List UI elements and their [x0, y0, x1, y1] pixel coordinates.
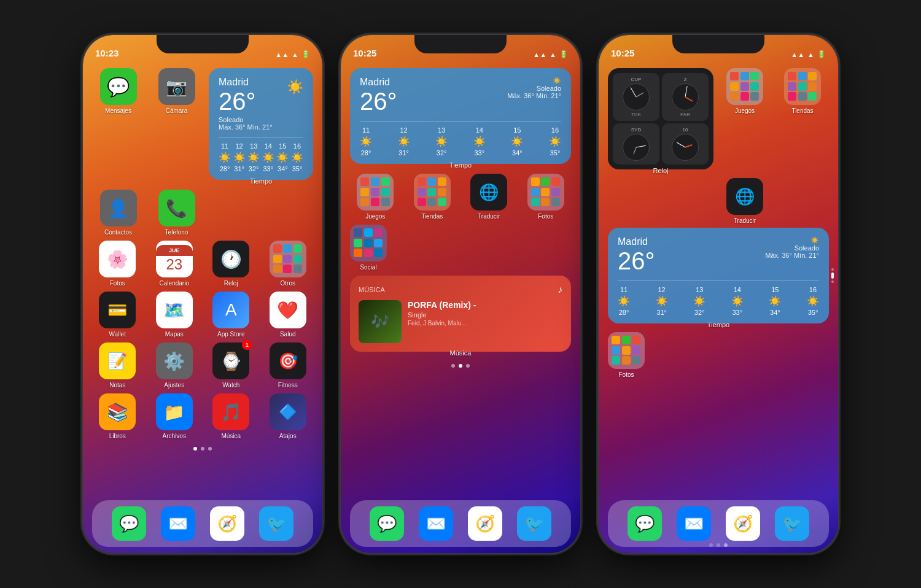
app-contactos[interactable]: 👤 Contactos [92, 190, 144, 236]
dock-safari[interactable]: 🧭 [210, 506, 244, 541]
app-fitness[interactable]: 🎯 Fitness [263, 342, 314, 389]
p2-app-fotos[interactable]: Fotos [521, 174, 572, 220]
app-fotos[interactable]: 🌸 Fotos [92, 241, 143, 287]
app-row-3: 📝 Notas ⚙️ Ajustes ⌚ 1 Watch [92, 342, 313, 389]
weather-widget-2: Madrid 26° ☀️ Soleado Máx. 36° Mín. 21° … [350, 68, 571, 164]
music-widget-wrap: MÚSICA ♪ 🎶 PORFA (Remix) - Single Feid, … [350, 276, 571, 357]
p2-app-juegos[interactable]: Juegos [350, 174, 401, 220]
app-reloj[interactable]: 🕐 Reloj [206, 241, 257, 287]
dock3-twitter[interactable]: 🐦 [775, 506, 809, 541]
app-watch[interactable]: ⌚ 1 Watch [206, 342, 257, 389]
app-otros[interactable]: Otros [263, 241, 314, 287]
dock-3: 💬 ✉️ 🧭 🐦 [608, 500, 829, 547]
app-appstore[interactable]: A App Store [206, 292, 257, 338]
dock-2: 💬 ✉️ 🧭 🐦 [350, 500, 571, 547]
dock-twitter[interactable]: 🐦 [259, 506, 293, 541]
phone3-row2: 🌐 Traducir [608, 178, 829, 224]
dock-1: 💬 ✉️ 🧭 🐦 [92, 500, 313, 547]
music-widget: MÚSICA ♪ 🎶 PORFA (Remix) - Single Feid, … [350, 276, 571, 352]
page-dots-1 [92, 447, 313, 451]
notch-2 [414, 35, 507, 53]
p2-app-social[interactable]: Social [350, 225, 387, 271]
time-2: 10:25 [353, 48, 376, 58]
p3-app-traducir[interactable]: 🌐 Traducir [718, 178, 771, 224]
screen-content-2: Madrid 26° ☀️ Soleado Máx. 36° Mín. 21° … [341, 62, 580, 553]
dock-mail[interactable]: ✉️ [161, 506, 195, 541]
phone2-apps-row1: Juegos [350, 174, 571, 220]
time-3: 10:25 [611, 48, 634, 58]
dock2-whatsapp[interactable]: 💬 [370, 506, 404, 541]
notch-3 [672, 35, 764, 53]
weather-widget-2-wrap: Madrid 26° ☀️ Soleado Máx. 36° Mín. 21° … [350, 68, 571, 169]
app-ajustes[interactable]: ⚙️ Ajustes [149, 342, 200, 389]
p3-app-tiendas[interactable]: Tiendas [776, 68, 829, 114]
time-1: 10:23 [95, 48, 119, 58]
dock2-twitter[interactable]: 🐦 [517, 506, 551, 541]
app-archivos[interactable]: 📁 Archivos [149, 393, 200, 439]
dock3-mail[interactable]: ✉️ [677, 506, 711, 541]
app-row-2: 💳 Wallet 🗺️ Mapas A App Store [92, 292, 313, 338]
weather-widget-3: Madrid 26° ☀️ Soleado Máx. 36° Mín. 21° … [608, 228, 829, 323]
screen-content-3: CUP TOK 2 [599, 62, 838, 553]
dock2-mail[interactable]: ✉️ [419, 506, 453, 541]
status-icons-3: ▲▲ ▲ 🔋 [791, 50, 826, 58]
phone-3: 10:25 ▲▲ ▲ 🔋 CUP [599, 35, 838, 553]
weather-widget-1: Madrid 26° ☀️ Soleado Máx. 36° Mín. 21° … [209, 68, 313, 180]
app-mensajes[interactable]: 💬 Mensajes [92, 68, 144, 114]
dock3-whatsapp[interactable]: 💬 [628, 506, 662, 541]
phone-2: 10:25 ▲▲ ▲ 🔋 Madrid 26° ☀️ [341, 35, 580, 553]
music-album-art: 🎶 [359, 300, 402, 343]
p3-app-fotos[interactable]: Fotos [608, 332, 645, 378]
p2-app-traducir[interactable]: 🌐 Traducir [464, 174, 515, 220]
screen-content-1: 💬 Mensajes 📷 Cámara Madr [83, 62, 322, 553]
dock2-safari[interactable]: 🧭 [468, 506, 502, 541]
badge-watch: 1 [242, 340, 252, 350]
app-row-1: 🌸 Fotos JUE 23 Calendario 🕐 Reloj [92, 241, 313, 287]
app-mapas[interactable]: 🗺️ Mapas [149, 292, 200, 338]
app-row-4: 📚 Libros 📁 Archivos 🎵 Música [92, 393, 313, 439]
clock-widget-wrap: CUP TOK 2 [608, 68, 713, 174]
phone3-row1: CUP TOK 2 [608, 68, 829, 174]
app-telefono[interactable]: 📞 Teléfono [150, 190, 203, 236]
app-camara[interactable]: 📷 Cámara [150, 68, 203, 114]
status-icons-1: ▲▲ ▲ 🔋 [275, 50, 310, 58]
app-atajos[interactable]: 🔷 Atajos [263, 393, 314, 439]
page-dots-2 [350, 364, 571, 368]
dock-whatsapp[interactable]: 💬 [112, 506, 146, 541]
phone2-social-row: Social [350, 225, 571, 271]
weather-widget-3-wrap: Madrid 26° ☀️ Soleado Máx. 36° Mín. 21° … [608, 228, 829, 328]
dock3-safari[interactable]: 🧭 [726, 506, 760, 541]
app-wallet[interactable]: 💳 Wallet [92, 292, 143, 338]
app-calendario[interactable]: JUE 23 Calendario [149, 241, 200, 287]
p2-app-tiendas[interactable]: Tiendas [407, 174, 458, 220]
app-musica[interactable]: 🎵 Música [206, 393, 257, 439]
app-notas[interactable]: 📝 Notas [92, 342, 143, 389]
phone-1: 10:23 ▲▲ ▲ 🔋 💬 Mensajes [83, 35, 322, 553]
status-icons-2: ▲▲ ▲ 🔋 [533, 50, 568, 58]
notch-1 [157, 35, 249, 53]
app-salud[interactable]: ❤️ Salud [263, 292, 314, 338]
phone3-fotos-row: Fotos [608, 332, 829, 378]
p3-app-juegos[interactable]: Juegos [718, 68, 771, 114]
app-libros[interactable]: 📚 Libros [92, 393, 143, 439]
